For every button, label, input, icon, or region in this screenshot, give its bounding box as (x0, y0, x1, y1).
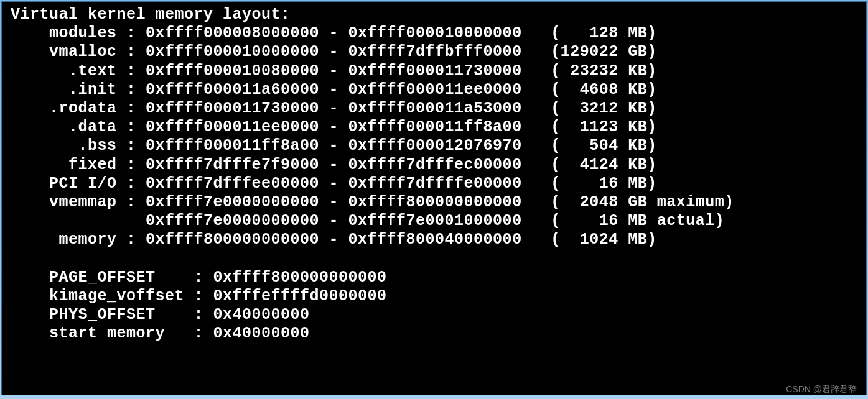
memory-regions: modules : 0xffff000008000000 - 0xffff000… (11, 24, 734, 249)
memory-offsets: PAGE_OFFSET : 0xffff800000000000 kimage_… (11, 268, 387, 343)
layout-title: Virtual kernel memory layout: (11, 6, 291, 24)
terminal-output: Virtual kernel memory layout: modules : … (1, 1, 867, 395)
watermark-text: CSDN @君辞君辞 (786, 384, 857, 395)
